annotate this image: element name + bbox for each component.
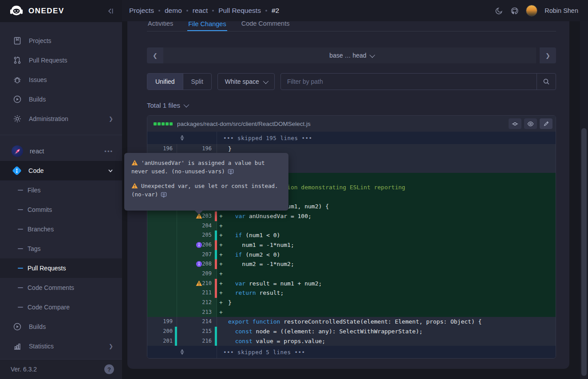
search-button[interactable] <box>537 74 556 90</box>
total-files-toggle[interactable]: Total 1 files <box>147 102 556 109</box>
sidebar-item-projects[interactable]: Projects <box>0 31 122 51</box>
scrollbar-thumb[interactable] <box>581 128 587 376</box>
diff-added-line[interactable]: 207+ if (num2 < 0) <box>147 250 556 260</box>
sidebar-item-issues[interactable]: Issues <box>0 70 122 90</box>
prev-commit-button[interactable]: ❮ <box>147 47 163 63</box>
book-icon <box>13 36 22 45</box>
diff-added-line[interactable]: 203+ var anUnusedVar = 100; <box>147 211 556 221</box>
user-name[interactable]: Robin Shen <box>545 7 578 14</box>
breadcrumb-demo[interactable]: demo <box>165 7 182 15</box>
breadcrumb-pull-requests[interactable]: Pull Requests <box>218 7 261 15</box>
sidebar-item-statistics[interactable]: Statistics ❯ <box>0 336 122 356</box>
sidebar-item-tags[interactable]: Tags <box>0 239 122 258</box>
sidebar-item-code-comments[interactable]: Code Comments <box>0 278 122 297</box>
tooltip-caret <box>194 210 203 215</box>
diff-added-line[interactable]: 206+ num1 = -1*num1; <box>147 240 556 250</box>
sidebar-item-code-compare[interactable]: Code Compare <box>0 297 122 317</box>
old-line-number <box>147 298 177 308</box>
old-line-number <box>147 250 177 260</box>
sidebar-item-commits[interactable]: Commits <box>0 200 122 219</box>
new-line-number: 216 <box>177 336 217 346</box>
expand-lines-icon[interactable] <box>179 135 185 141</box>
commit-range-track[interactable] <box>163 47 536 63</box>
project-more-icon[interactable]: ••• <box>104 148 113 155</box>
eslint-warning: Unexpected var, use let or const instead… <box>131 182 281 199</box>
commit-navigation-button[interactable] <box>509 118 521 129</box>
breadcrumb-projects[interactable]: Projects <box>129 7 154 15</box>
coverage-bar <box>215 327 217 336</box>
chevron-right-icon: ❯ <box>109 343 113 349</box>
sidebar-item-branches[interactable]: Branches <box>0 219 122 239</box>
sidebar-item-project-builds[interactable]: Builds <box>0 317 122 336</box>
diff-added-line[interactable]: 211+ return result; <box>147 288 556 298</box>
github-icon[interactable] <box>510 7 519 15</box>
code-content: + var result = num1 + num2; <box>217 279 556 289</box>
info-marker-icon[interactable] <box>196 242 202 248</box>
diff-stat-blocks <box>154 122 173 125</box>
new-line-number: 213 <box>177 308 217 317</box>
version-label: Ver. 6.3.2 <box>11 366 104 373</box>
sidebar-item-files[interactable]: Files <box>0 180 122 200</box>
old-line-number: 196 <box>147 144 177 154</box>
diff-added-line[interactable]: 210+ var result = num1 + num2; <box>147 279 556 289</box>
diff-context-line[interactable]: 196196 } <box>147 144 556 154</box>
help-icon[interactable]: ? <box>104 364 114 374</box>
sidebar-item-administration[interactable]: Administration ❯ <box>0 109 122 129</box>
comment-icon[interactable] <box>161 192 167 198</box>
sidebar-project-react[interactable]: react ••• <box>0 141 122 161</box>
code-content: + num1 = -1*num1; <box>217 240 556 250</box>
tab-activities[interactable]: Activities <box>147 21 174 31</box>
warning-icon <box>131 160 138 166</box>
info-marker-icon[interactable] <box>196 261 202 267</box>
user-avatar[interactable] <box>526 5 537 16</box>
diff-added-line[interactable]: 213+ <box>147 308 556 317</box>
breadcrumb-react[interactable]: react <box>193 7 208 15</box>
new-line-number: 207 <box>177 250 217 260</box>
tab-file-changes[interactable]: File Changes <box>187 21 227 31</box>
diff-context-line[interactable]: 201216 const value = props.value; <box>147 336 556 346</box>
coverage-bar <box>215 288 217 298</box>
sidebar-item-pull-requests[interactable]: Pull Requests <box>0 51 122 70</box>
diff-added-line[interactable]: 204+ <box>147 221 556 231</box>
unified-button[interactable]: Unified <box>147 74 183 90</box>
old-line-number <box>147 279 177 289</box>
diff-context-line[interactable]: 199214 export function restoreControlled… <box>147 317 556 327</box>
sidebar-item-pull-requests-sub[interactable]: Pull Requests <box>0 258 122 278</box>
next-commit-button[interactable]: ❯ <box>540 47 556 63</box>
sidebar: ONEDEV Projects Pull Requests Issues <box>0 0 122 379</box>
react-project-avatar <box>12 145 23 157</box>
chevron-down-icon <box>184 102 189 108</box>
edit-file-pencil-button[interactable] <box>540 118 552 129</box>
diff-added-line[interactable]: 208+ num2 = -1*num2; <box>147 259 556 269</box>
dash-icon <box>18 268 23 269</box>
old-line-number: 199 <box>147 317 177 327</box>
sidebar-section-code[interactable]: Code <box>0 161 122 180</box>
sidebar-collapse-icon[interactable] <box>107 8 114 15</box>
dark-mode-moon-icon[interactable] <box>495 7 503 15</box>
old-line-number <box>147 231 177 240</box>
view-file-eye-button[interactable] <box>524 118 537 129</box>
diff-context-line[interactable]: 200215 const node = ((element: any): Sel… <box>147 327 556 336</box>
sidebar-item-builds[interactable]: Builds <box>0 90 122 109</box>
code-content: + if (num1 < 0) <box>217 231 556 240</box>
breadcrumb-separator <box>212 10 214 12</box>
path-filter-input[interactable] <box>281 74 537 90</box>
whitespace-dropdown[interactable]: White space <box>217 73 275 90</box>
tab-code-comments[interactable]: Code Comments <box>241 21 291 31</box>
new-line-number: 215 <box>177 327 217 336</box>
comment-icon[interactable] <box>228 169 234 175</box>
expand-lines-icon[interactable] <box>179 349 185 355</box>
dash-icon <box>18 190 23 191</box>
diff-added-line[interactable]: 212+} <box>147 298 556 308</box>
pull-request-icon <box>13 56 22 65</box>
pr-tabs: Activities File Changes Code Comments <box>147 21 556 31</box>
warning-marker-icon[interactable] <box>196 280 202 287</box>
new-line-number: 208 <box>177 259 217 269</box>
page-scrollbar[interactable] <box>580 21 588 379</box>
split-button[interactable]: Split <box>183 74 211 90</box>
diff-added-line[interactable]: 209+ <box>147 269 556 279</box>
old-line-number <box>147 259 177 269</box>
file-path[interactable]: packages/react-dom/src/client/ReactDOMSe… <box>177 121 506 127</box>
diff-added-line[interactable]: 205+ if (num1 < 0) <box>147 231 556 240</box>
skipped-lines-row: ••• skipped 5 lines ••• <box>147 346 556 358</box>
